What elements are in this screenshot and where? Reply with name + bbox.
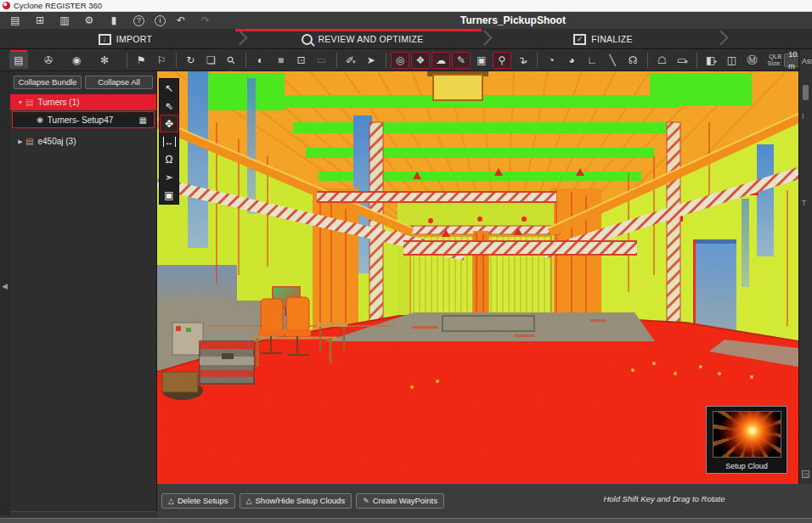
assets-text-fragment: T (802, 199, 806, 207)
distance-tool[interactable]: ↔ (160, 132, 178, 150)
pick-point-icon[interactable]: ➤ (362, 52, 381, 69)
tree-item-bundle-turners[interactable]: ▼ ▤ Turners (1) (10, 94, 156, 110)
menu-bar: ▤ ⊞ ▥ ⚙ ▮ ? i ↶ ↷ Turners_PickupShoot (0, 12, 812, 29)
distance-glyph: ↔ (163, 137, 176, 147)
web-tab[interactable]: ◉ (67, 52, 86, 69)
tab-review-label: REVIEW AND OPTIMIZE (318, 34, 423, 44)
hue-render-icon[interactable]: ◐ (251, 52, 270, 69)
truslicer-tab[interactable]: ✻ (95, 52, 114, 69)
bundle-icon: ▤ (25, 137, 33, 146)
assets-text-fragment: I (802, 112, 804, 121)
tab-review-and-optimize[interactable]: REVIEW AND OPTIMIZE (244, 29, 482, 49)
collapse-all-button[interactable]: Collapse All (85, 76, 153, 89)
select-tool[interactable]: ↖ (160, 79, 178, 97)
chevron-down-icon: ▾ (685, 59, 688, 65)
hide-setup-clouds-icon[interactable]: ⚐ (152, 52, 171, 69)
assets-panel-header: Ass (799, 49, 812, 65)
tab-import[interactable]: ↓ IMPORT (17, 29, 234, 49)
pick-points-tool[interactable]: ⇖ (160, 97, 178, 115)
expand-arrow-icon[interactable]: ▼ (15, 99, 25, 105)
pointcloud-scene (157, 71, 798, 484)
add-cloud-icon[interactable]: ☁ (431, 52, 450, 69)
app-title: Cyclone REGISTER 360 (14, 1, 102, 10)
collapse-bundle-button[interactable]: Collapse Bundle (14, 76, 82, 89)
chevron-down-icon: ▾ (352, 59, 356, 65)
show-hide-setup-clouds-button[interactable]: △ Show/Hide Setup Clouds (240, 493, 352, 509)
views-menu-icon[interactable]: ◧▾ (702, 52, 721, 69)
setup-cloud-thumbnail[interactable] (713, 411, 781, 458)
share-icon[interactable]: ↴▾ (513, 52, 532, 69)
tool-bar: ▤ ✇ ◉ ✻ ⚑ ⚐ ↻ ❏ ⚲ ◐ ■ ⊡ ▭ ✐▾ ➤ ◎ ❖ ☁ ✎ ▣… (0, 49, 812, 71)
storage-icon[interactable]: ▮ (104, 14, 123, 27)
create-waypoints-button[interactable]: ✎ Create WayPoints (356, 493, 444, 509)
tree-item-label: Turners- Setup47 (48, 115, 113, 125)
add-annotation-icon[interactable]: ✎ (452, 52, 471, 69)
setup-image-icon[interactable]: ▦ (139, 115, 147, 125)
navigation-tool-palette: ↖ ⇖ ✥ ↔ Ω ➣ ▣ (159, 78, 179, 205)
fit-view-icon[interactable]: ⊡ (292, 52, 311, 69)
bundle-icon: ▤ (25, 98, 33, 107)
help-icon[interactable]: ? (133, 15, 144, 26)
open-project-icon[interactable]: ▤ (6, 14, 25, 27)
add-pin-icon[interactable]: ⚲ (493, 52, 511, 69)
tab-finalize[interactable]: ✓ FINALIZE (488, 29, 718, 49)
cloud-align-icon[interactable]: ◕ (562, 52, 581, 69)
visual-align-icon[interactable]: ◔ (542, 52, 561, 69)
tree-item-setup47[interactable]: ◉ Turners- Setup47 ▦ (12, 111, 155, 128)
region-menu-icon[interactable]: ▭▾ (673, 52, 691, 69)
left-rail: ◀ (0, 71, 10, 515)
create-waypoints-label: Create WayPoints (373, 494, 437, 508)
measure-menu-icon[interactable]: ✐▾ (341, 52, 360, 69)
fly-tool[interactable]: ➣ (160, 168, 178, 186)
modelspace-icon[interactable]: Ⓜ (743, 52, 762, 69)
finalize-checkbox-icon: ✓ (573, 34, 586, 45)
attachments-tab[interactable]: ✇ (39, 52, 58, 69)
move-tool[interactable]: ✥ (160, 115, 178, 132)
info-icon[interactable]: i (155, 15, 166, 26)
assets-panel-collapsed[interactable]: Ass I T ◳ (798, 49, 812, 484)
project-tab[interactable]: ▤ (9, 52, 28, 69)
delete-setups-button[interactable]: △ Delete Setups (161, 493, 235, 509)
traverse-icon[interactable]: ☊ (623, 52, 642, 69)
project-explorer-panel: Collapse Bundle Collapse All ▼ ▤ Turners… (10, 71, 157, 512)
zoom-icon[interactable]: ⚲ (219, 48, 245, 73)
chevron-down-icon: ▾ (524, 59, 527, 65)
add-target-icon[interactable]: ◎ (391, 52, 409, 69)
geotag-icon[interactable]: ☖ (652, 52, 671, 69)
pano-view-tool[interactable]: Ω (160, 150, 178, 168)
gray-render-icon[interactable]: ■ (272, 52, 290, 69)
pan-icon[interactable]: ❏ (201, 52, 220, 69)
status-strip (0, 518, 812, 523)
review-magnifier-icon (302, 34, 313, 45)
pen-icon: ✎ (363, 494, 369, 508)
import-project-icon[interactable]: ⊞ (31, 14, 49, 27)
app-logo-icon (3, 2, 10, 9)
iso-view-icon[interactable]: ◫ (723, 52, 742, 69)
crop-view-icon[interactable]: ▭ (313, 52, 331, 69)
setup-cloud-label: Setup Cloud (707, 462, 787, 470)
camera-icon[interactable]: ▣ (472, 52, 491, 69)
qlb-size-label: QLB Size: (768, 53, 782, 67)
tripod-icon: △ (168, 494, 174, 508)
tree-item-bundle-e450aj[interactable]: ▶ ▤ e450aj (3) (10, 133, 156, 149)
cube-view-tool[interactable]: ▣ (160, 186, 178, 204)
collapsed-arrow-icon[interactable]: ▶ (15, 138, 25, 145)
expand-panel-icon[interactable]: ◳ (802, 470, 809, 478)
axes-icon[interactable]: ∟ (583, 52, 601, 69)
panel-handle[interactable] (803, 85, 809, 100)
project-title: Turners_PickupShoot (460, 12, 566, 29)
settings-icon[interactable]: ⚙ (80, 14, 99, 27)
polyline-icon[interactable]: ╲ (603, 52, 622, 69)
undo-icon[interactable]: ↶ (172, 14, 190, 27)
tab-finalize-label: FINALIZE (591, 34, 633, 44)
collapse-panel-arrow-icon[interactable]: ◀ (2, 282, 8, 290)
pointcloud-canvas[interactable]: ↖ ⇖ ✥ ↔ Ω ➣ ▣ Setup Cloud (157, 71, 798, 484)
report-icon[interactable]: ▥ (55, 14, 74, 27)
show-hide-label: Show/Hide Setup Clouds (256, 494, 346, 508)
orbit-icon[interactable]: ↻ (181, 52, 200, 69)
add-tag-icon[interactable]: ❖ (411, 52, 430, 69)
show-setup-clouds-icon[interactable]: ⚑ (132, 52, 150, 69)
setup-cloud-inset: Setup Cloud (706, 406, 787, 474)
redo-icon[interactable]: ↷ (196, 14, 215, 27)
rotate-hint-text: Hold Shift Key and Drag to Rotate (571, 494, 758, 503)
